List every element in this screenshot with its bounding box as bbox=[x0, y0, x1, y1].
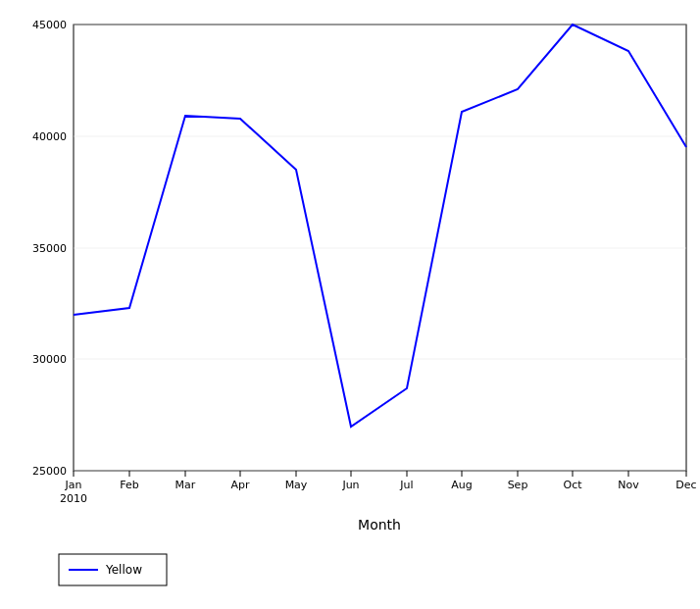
x-tick-feb: Feb bbox=[120, 479, 138, 491]
x-tick-oct: Oct bbox=[563, 479, 582, 491]
chart-container: 25000 30000 35000 40000 45000 bbox=[0, 0, 700, 609]
x-axis-label: Month bbox=[358, 517, 401, 533]
x-tick-jul: Jul bbox=[399, 479, 413, 491]
y-tick-30000: 30000 bbox=[32, 353, 67, 366]
x-tick-sep: Sep bbox=[508, 479, 528, 491]
x-tick-jan: Jan bbox=[65, 479, 82, 491]
x-tick-year: 2010 bbox=[60, 492, 87, 505]
x-tick-jun: Jun bbox=[341, 479, 359, 491]
legend-label: Yellow bbox=[105, 563, 142, 577]
x-tick-mar: Mar bbox=[175, 479, 196, 491]
y-tick-25000: 25000 bbox=[32, 465, 67, 478]
x-tick-apr: Apr bbox=[230, 479, 250, 491]
x-tick-may: May bbox=[285, 479, 308, 491]
chart-svg: 25000 30000 35000 40000 45000 bbox=[0, 0, 700, 609]
x-tick-dec: Dec bbox=[675, 479, 696, 491]
y-tick-45000: 45000 bbox=[32, 19, 67, 31]
svg-rect-0 bbox=[74, 25, 686, 471]
y-tick-35000: 35000 bbox=[32, 242, 67, 255]
x-tick-aug: Aug bbox=[451, 479, 472, 491]
y-tick-40000: 40000 bbox=[32, 130, 67, 143]
x-tick-nov: Nov bbox=[618, 479, 639, 491]
